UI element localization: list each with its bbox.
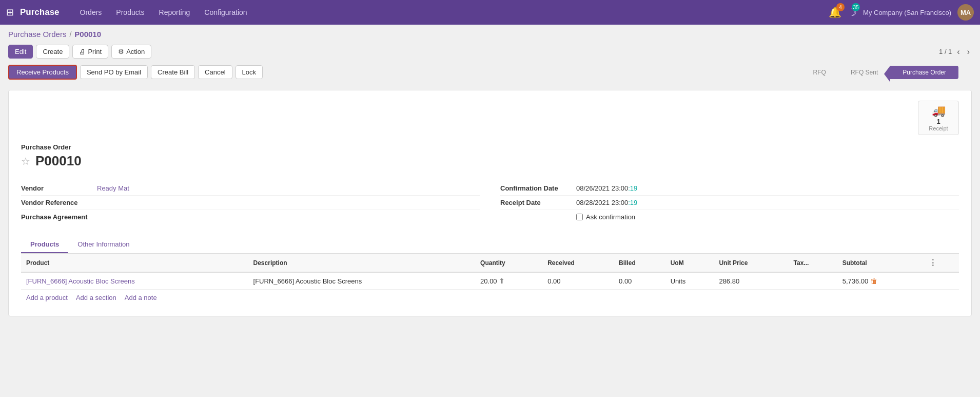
- form-title-row: ☆ P00010: [21, 153, 959, 169]
- col-tax: Tax...: [789, 254, 837, 272]
- delete-row-icon[interactable]: 🗑: [870, 277, 877, 285]
- receipt-date-field: Receipt Date 08/28/2021 23:00:19: [500, 196, 959, 210]
- tab-other-information[interactable]: Other Information: [68, 236, 139, 253]
- nav-configuration[interactable]: Configuration: [198, 5, 253, 20]
- col-received: Received: [542, 254, 614, 272]
- purchase-agreement-field: Purchase Agreement: [21, 210, 480, 224]
- confirmation-date-value: 08/26/2021 23:00:19: [576, 184, 637, 192]
- create-button[interactable]: Create: [36, 45, 69, 59]
- grid-icon[interactable]: ⊞: [6, 7, 14, 18]
- add-section-link[interactable]: Add a section: [76, 294, 116, 301]
- add-product-link[interactable]: Add a product: [26, 294, 68, 301]
- status-rfq[interactable]: RFQ: [801, 66, 838, 79]
- left-fields: Vendor Ready Mat Vendor Reference Purcha…: [21, 181, 480, 224]
- tabs: Products Other Information: [21, 236, 959, 254]
- receipt-button[interactable]: 🚚 1 Receipt: [918, 101, 959, 135]
- main-content: 🚚 1 Receipt Purchase Order ☆ P00010 Vend…: [0, 84, 980, 323]
- forecast-icon[interactable]: ⬆: [499, 277, 505, 285]
- receipt-date-label: Receipt Date: [500, 199, 572, 206]
- cell-unit-price: 286.80: [714, 272, 788, 290]
- col-unit-price: Unit Price: [714, 254, 788, 272]
- receipt-date-value: 08/28/2021 23:00:19: [576, 199, 637, 206]
- cell-tax: [789, 272, 837, 290]
- cell-billed: 0.00: [614, 272, 665, 290]
- confirmation-date-field: Confirmation Date 08/26/2021 23:00:19: [500, 181, 959, 196]
- add-note-link[interactable]: Add a note: [125, 294, 157, 301]
- topnav-right: 🔔 4 ☽ 35 My Company (San Francisco) MA: [829, 4, 974, 21]
- col-description: Description: [248, 254, 476, 272]
- cell-uom: Units: [665, 272, 714, 290]
- app-brand[interactable]: Purchase: [20, 7, 60, 17]
- tab-products[interactable]: Products: [21, 236, 68, 253]
- cell-received: 0.00: [542, 272, 614, 290]
- cell-extra: [924, 272, 959, 290]
- col-menu-icon[interactable]: ⋮: [929, 258, 937, 267]
- cancel-button[interactable]: Cancel: [198, 65, 232, 79]
- nav-links: Orders Products Reporting Configuration: [74, 5, 825, 20]
- vendor-label: Vendor: [21, 184, 93, 192]
- ask-confirmation-label[interactable]: Ask confirmation: [586, 213, 635, 221]
- action-button[interactable]: ⚙ Action: [111, 45, 151, 59]
- cell-description: [FURN_6666] Acoustic Bloc Screens: [248, 272, 476, 290]
- col-billed: Billed: [614, 254, 665, 272]
- form-card: 🚚 1 Receipt Purchase Order ☆ P00010 Vend…: [8, 90, 972, 316]
- col-subtotal: Subtotal: [837, 254, 924, 272]
- ask-confirmation-field: Ask confirmation: [500, 210, 959, 224]
- col-product: Product: [21, 254, 248, 272]
- form-title-label: Purchase Order: [21, 143, 959, 151]
- cell-subtotal: 5,736.00 🗑: [837, 272, 924, 290]
- company-label[interactable]: My Company (San Francisco): [863, 9, 951, 16]
- top-navigation: ⊞ Purchase Orders Products Reporting Con…: [0, 0, 980, 25]
- action-bar: Receive Products Send PO by Email Create…: [0, 63, 980, 84]
- right-fields: Confirmation Date 08/26/2021 23:00:19 Re…: [500, 181, 959, 224]
- product-link[interactable]: [FURN_6666] Acoustic Bloc Screens: [26, 277, 135, 285]
- status-steps: RFQ RFQ Sent Purchase Order: [801, 66, 958, 79]
- lock-button[interactable]: Lock: [236, 65, 263, 79]
- edit-button[interactable]: Edit: [8, 45, 33, 59]
- status-purchase-order[interactable]: Purchase Order: [890, 66, 958, 79]
- pagination: 1 / 1 ‹ ›: [939, 46, 972, 58]
- vendor-value[interactable]: Ready Mat: [97, 184, 129, 192]
- send-po-email-button[interactable]: Send PO by Email: [80, 65, 148, 79]
- notification-count: 4: [836, 3, 845, 11]
- confirmation-date-label: Confirmation Date: [500, 184, 572, 192]
- notification-bell[interactable]: 🔔 4: [829, 6, 841, 18]
- col-uom: UoM: [665, 254, 714, 272]
- user-initials: MA: [961, 9, 971, 16]
- clock-activity[interactable]: ☽ 35: [848, 6, 857, 18]
- breadcrumb: Purchase Orders / P00010: [0, 25, 980, 42]
- breadcrumb-parent[interactable]: Purchase Orders: [8, 30, 66, 39]
- user-avatar[interactable]: MA: [957, 4, 974, 21]
- clock-count: 35: [852, 3, 860, 11]
- products-table: Product Description Quantity Received Bi…: [21, 254, 959, 290]
- table-row: [FURN_6666] Acoustic Bloc Screens [FURN_…: [21, 272, 959, 290]
- next-button[interactable]: ›: [965, 46, 972, 58]
- create-bill-button[interactable]: Create Bill: [151, 65, 195, 79]
- po-number: P00010: [35, 153, 82, 169]
- prev-button[interactable]: ‹: [955, 46, 962, 58]
- favorite-star[interactable]: ☆: [21, 155, 30, 167]
- form-fields: Vendor Ready Mat Vendor Reference Purcha…: [21, 181, 959, 224]
- add-row: Add a product Add a section Add a note: [21, 290, 959, 306]
- vendor-ref-label: Vendor Reference: [21, 199, 93, 206]
- receipt-count: 1: [936, 118, 940, 125]
- status-rfq-sent[interactable]: RFQ Sent: [838, 66, 890, 79]
- breadcrumb-current: P00010: [74, 30, 101, 39]
- cell-quantity: 20.00 ⬆: [475, 272, 542, 290]
- nav-orders[interactable]: Orders: [74, 5, 108, 20]
- breadcrumb-separator: /: [69, 30, 71, 39]
- receipt-area: 🚚 1 Receipt: [21, 101, 959, 135]
- gear-icon: ⚙: [118, 48, 124, 55]
- table-header-row: Product Description Quantity Received Bi…: [21, 254, 959, 272]
- print-icon: 🖨: [79, 48, 86, 55]
- truck-icon: 🚚: [932, 104, 946, 118]
- ask-confirmation-checkbox[interactable]: [576, 214, 583, 220]
- purchase-agreement-label: Purchase Agreement: [21, 213, 93, 221]
- ask-confirmation-row: Ask confirmation: [576, 213, 635, 221]
- nav-products[interactable]: Products: [110, 5, 150, 20]
- receive-products-button[interactable]: Receive Products: [8, 65, 77, 80]
- vendor-ref-field: Vendor Reference: [21, 196, 480, 210]
- cell-product: [FURN_6666] Acoustic Bloc Screens: [21, 272, 248, 290]
- nav-reporting[interactable]: Reporting: [153, 5, 197, 20]
- print-button[interactable]: 🖨 Print: [72, 45, 108, 59]
